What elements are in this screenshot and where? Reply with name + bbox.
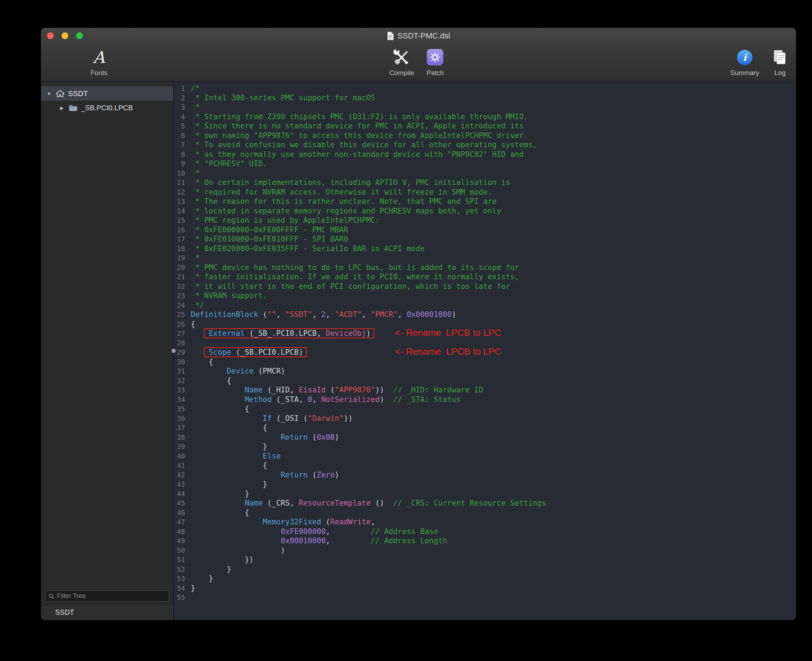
line-number: 18 [174, 244, 185, 254]
code-line[interactable]: 12 * required for NVRAM access. Otherwis… [174, 187, 796, 197]
code-line[interactable]: 55 [174, 593, 796, 602]
line-number: 23 [174, 291, 185, 301]
line-number: 45 [174, 498, 185, 508]
code-line[interactable]: 52 } [174, 565, 796, 574]
code-line[interactable]: 5 * Since there is no standard device fo… [174, 121, 796, 131]
code-line[interactable]: 54} [174, 583, 796, 593]
code-line[interactable]: 17 * 0xFE010000~0xFE010FFF - SPI BAR0 [174, 235, 796, 244]
code-line[interactable]: 2 * Intel 300-series PMC support for mac… [174, 93, 796, 103]
code-line[interactable]: 39 } [174, 442, 796, 452]
code-text: Return (0x0B) [191, 433, 339, 442]
window-header: SSDT-PMC.dsl A Fonts Compile [41, 28, 796, 81]
code-text: { [191, 319, 195, 329]
code-text: { [191, 423, 267, 433]
code-line[interactable]: 43 } [174, 479, 796, 489]
patch-label: Patch [427, 69, 444, 77]
code-text: * [191, 253, 200, 263]
code-line[interactable]: 25DefinitionBlock ("", "SSDT", 2, "ACDT"… [174, 310, 796, 319]
code-text: 0x00010000, // Address Length [191, 536, 447, 546]
code-line[interactable]: 37 { [174, 423, 796, 433]
code-line[interactable]: 35 { [174, 404, 796, 414]
code-text: * To avoid confusion we disable this dev… [191, 140, 537, 150]
log-button[interactable]: Log [772, 46, 788, 77]
code-line[interactable]: 34 Method (_STA, 0, NotSerialized) // _S… [174, 395, 796, 404]
code-line[interactable]: 14 * located in separate memory regions … [174, 206, 796, 216]
code-line[interactable]: 33 Name (_HID, EisaId ("APP9876")) // _H… [174, 385, 796, 395]
patch-icon [427, 49, 443, 65]
code-text: * 0xFE020000~0xFE035FFF - SerialIo BAR i… [191, 244, 425, 254]
compile-button[interactable]: Compile [389, 46, 414, 77]
status-bar: SSDT [41, 604, 173, 620]
line-number: 38 [174, 433, 185, 442]
line-number: 37 [174, 423, 185, 433]
code-text: DefinitionBlock ("", "SSDT", 2, "ACDT", … [191, 310, 456, 319]
code-line[interactable]: 29 Scope (_SB.PCI0.LPCB)<- Rename LPCB t… [174, 348, 796, 357]
code-line[interactable]: 45 Name (_CRS, ResourceTemplate () // _C… [174, 498, 796, 508]
code-line[interactable]: 41 { [174, 461, 796, 470]
line-number: 2 [174, 93, 185, 103]
code-line[interactable]: 20 * PMC device has nothing to do to LPC… [174, 263, 796, 273]
code-line[interactable]: 30 { [174, 357, 796, 367]
folder-icon [68, 104, 78, 112]
code-line[interactable]: 49 0x00010000, // Address Length [174, 536, 796, 546]
code-text: */ [191, 301, 204, 310]
code-line[interactable]: 10 * [174, 169, 796, 178]
splitter-handle[interactable] [171, 349, 176, 353]
code-line[interactable]: 7 * To avoid confusion we disable this d… [174, 140, 796, 150]
code-line[interactable]: 44 } [174, 489, 796, 499]
code-line[interactable]: 46 { [174, 508, 796, 517]
code-line[interactable]: 6 * own naming "APP9876" to access this … [174, 131, 796, 141]
code-line[interactable]: 1/* [174, 84, 796, 93]
code-text: Return (Zero) [191, 470, 339, 480]
line-number: 32 [174, 376, 185, 386]
code-line[interactable]: 27 External (_SB_.PCI0.LPCB, DeviceObj)<… [174, 329, 796, 338]
code-text: * Since there is no standard device for … [191, 121, 524, 131]
sidebar-item-ssdt[interactable]: ▼ SSDT [41, 86, 173, 101]
code-line[interactable]: 40 Else [174, 452, 796, 461]
code-line[interactable]: 8 * as they normally use another non-sta… [174, 150, 796, 160]
code-line[interactable]: 38 Return (0x0B) [174, 433, 796, 442]
code-line[interactable]: 21 * faster initialisation. If we add it… [174, 272, 796, 282]
code-line[interactable]: 53 } [174, 574, 796, 583]
code-line[interactable]: 11 * On certain implementations, includi… [174, 178, 796, 187]
summary-button[interactable]: i Summary [730, 46, 759, 77]
code-line[interactable]: 4 * Starting from Z390 chipsets PMC (D31… [174, 112, 796, 122]
code-text: * "PCHRESV" UID. [191, 159, 267, 169]
code-text: } [191, 479, 267, 489]
code-text: * it will start in the end of PCI config… [191, 282, 510, 291]
code-line[interactable]: 16 * 0xFE000000~0xFE00FFFF - PMC MBAR [174, 225, 796, 235]
code-line[interactable]: 47 Memory32Fixed (ReadWrite, [174, 517, 796, 527]
code-line[interactable]: 48 0xFE000000, // Address Base [174, 527, 796, 536]
code-line[interactable]: 24 */ [174, 301, 796, 310]
code-line[interactable]: 51 }) [174, 555, 796, 565]
disclosure-open-icon[interactable]: ▼ [46, 91, 52, 96]
code-line[interactable]: 50 ) [174, 546, 796, 556]
code-line[interactable]: 9 * "PCHRESV" UID. [174, 159, 796, 169]
code-editor[interactable]: 1/*2 * Intel 300-series PMC support for … [174, 81, 796, 620]
code-line[interactable]: 22 * it will start in the end of PCI con… [174, 282, 796, 291]
annotation-box: External (_SB_.PCI0.LPCB, DeviceObj) [209, 329, 371, 338]
line-number: 14 [174, 206, 185, 216]
code-line[interactable]: 13 * The reason for this is rather uncle… [174, 197, 796, 206]
code-line[interactable]: 18 * 0xFE020000~0xFE035FFF - SerialIo BA… [174, 244, 796, 254]
patch-button[interactable]: Patch [427, 46, 444, 77]
code-line[interactable]: 36 If (_OSI ("Darwin")) [174, 414, 796, 423]
line-number: 33 [174, 385, 185, 395]
filter-tree-input[interactable] [45, 591, 169, 602]
home-icon [56, 89, 65, 98]
code-line[interactable]: 19 * [174, 253, 796, 263]
sidebar-item-sb-pci0-lpcb[interactable]: ▶ _SB.PCI0.LPCB [41, 101, 173, 115]
line-number: 5 [174, 121, 185, 131]
code-text: } [191, 583, 195, 593]
code-line[interactable]: 23 * NVRAM support. [174, 291, 796, 301]
disclosure-closed-icon[interactable]: ▶ [59, 105, 65, 111]
fonts-button[interactable]: A Fonts [90, 46, 107, 77]
code-line[interactable]: 32 { [174, 376, 796, 386]
line-number: 1 [174, 84, 185, 93]
code-line[interactable]: 3 * [174, 102, 796, 112]
sidebar-item-label: _SB.PCI0.LPCB [81, 104, 133, 112]
code-line[interactable]: 31 Device (PMCR) [174, 366, 796, 376]
code-line[interactable]: 15 * PMC region is used by AppleIntelPCH… [174, 216, 796, 225]
line-number: 24 [174, 301, 185, 310]
code-line[interactable]: 42 Return (Zero) [174, 470, 796, 480]
